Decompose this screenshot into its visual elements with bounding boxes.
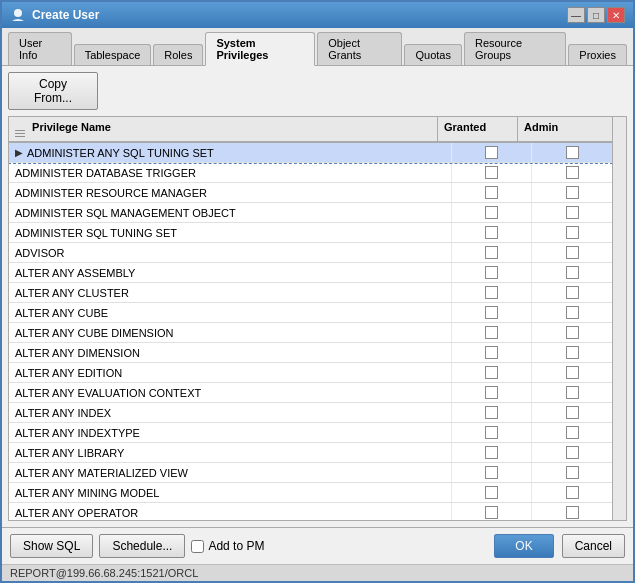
tab-user-info[interactable]: User Info xyxy=(8,32,72,65)
minimize-button[interactable]: — xyxy=(567,7,585,23)
granted-checkbox[interactable] xyxy=(485,386,498,399)
admin-checkbox[interactable] xyxy=(566,346,579,359)
granted-checkbox[interactable] xyxy=(485,346,498,359)
admin-cell[interactable] xyxy=(532,303,612,322)
granted-cell[interactable] xyxy=(452,483,532,502)
tab-proxies[interactable]: Proxies xyxy=(568,44,627,65)
table-row[interactable]: ALTER ANY INDEX xyxy=(9,403,612,423)
table-row[interactable]: ALTER ANY CUBE xyxy=(9,303,612,323)
granted-checkbox[interactable] xyxy=(485,446,498,459)
admin-cell[interactable] xyxy=(532,383,612,402)
table-row[interactable]: ALTER ANY OPERATOR xyxy=(9,503,612,521)
admin-checkbox[interactable] xyxy=(566,366,579,379)
maximize-button[interactable]: □ xyxy=(587,7,605,23)
table-row[interactable]: ADMINISTER RESOURCE MANAGER xyxy=(9,183,612,203)
granted-checkbox[interactable] xyxy=(485,406,498,419)
admin-cell[interactable] xyxy=(532,263,612,282)
granted-cell[interactable] xyxy=(452,383,532,402)
admin-cell[interactable] xyxy=(532,163,612,182)
admin-cell[interactable] xyxy=(532,463,612,482)
admin-cell[interactable] xyxy=(532,503,612,521)
add-to-pm-checkbox[interactable] xyxy=(191,540,204,553)
granted-cell[interactable] xyxy=(452,343,532,362)
granted-checkbox[interactable] xyxy=(485,466,498,479)
admin-cell[interactable] xyxy=(532,323,612,342)
admin-checkbox[interactable] xyxy=(566,446,579,459)
tab-object-grants[interactable]: Object Grants xyxy=(317,32,402,65)
table-row[interactable]: ALTER ANY LIBRARY xyxy=(9,443,612,463)
admin-checkbox[interactable] xyxy=(566,246,579,259)
admin-cell[interactable] xyxy=(532,183,612,202)
granted-checkbox[interactable] xyxy=(485,426,498,439)
granted-checkbox[interactable] xyxy=(485,326,498,339)
granted-cell[interactable] xyxy=(452,403,532,422)
admin-checkbox[interactable] xyxy=(566,206,579,219)
granted-cell[interactable] xyxy=(452,443,532,462)
granted-cell[interactable] xyxy=(452,143,532,162)
granted-cell[interactable] xyxy=(452,423,532,442)
table-row[interactable]: ALTER ANY CUBE DIMENSION xyxy=(9,323,612,343)
admin-checkbox[interactable] xyxy=(566,226,579,239)
granted-cell[interactable] xyxy=(452,323,532,342)
table-row[interactable]: ALTER ANY EVALUATION CONTEXT xyxy=(9,383,612,403)
tab-system-privileges[interactable]: System Privileges xyxy=(205,32,315,66)
granted-checkbox[interactable] xyxy=(485,166,498,179)
granted-cell[interactable] xyxy=(452,163,532,182)
table-row[interactable]: ALTER ANY CLUSTER xyxy=(9,283,612,303)
granted-cell[interactable] xyxy=(452,243,532,262)
admin-checkbox[interactable] xyxy=(566,326,579,339)
schedule-button[interactable]: Schedule... xyxy=(99,534,185,558)
granted-cell[interactable] xyxy=(452,263,532,282)
admin-checkbox[interactable] xyxy=(566,306,579,319)
admin-cell[interactable] xyxy=(532,403,612,422)
granted-checkbox[interactable] xyxy=(485,206,498,219)
admin-checkbox[interactable] xyxy=(566,466,579,479)
granted-checkbox[interactable] xyxy=(485,286,498,299)
admin-checkbox[interactable] xyxy=(566,506,579,519)
table-row[interactable]: ADMINISTER SQL MANAGEMENT OBJECT xyxy=(9,203,612,223)
admin-checkbox[interactable] xyxy=(566,426,579,439)
table-row[interactable]: ADMINISTER DATABASE TRIGGER xyxy=(9,163,612,183)
admin-cell[interactable] xyxy=(532,343,612,362)
table-row[interactable]: ADVISOR xyxy=(9,243,612,263)
admin-checkbox[interactable] xyxy=(566,406,579,419)
granted-cell[interactable] xyxy=(452,463,532,482)
table-row[interactable]: ADMINISTER SQL TUNING SET xyxy=(9,223,612,243)
granted-cell[interactable] xyxy=(452,283,532,302)
granted-checkbox[interactable] xyxy=(485,486,498,499)
admin-checkbox[interactable] xyxy=(566,486,579,499)
admin-cell[interactable] xyxy=(532,223,612,242)
admin-cell[interactable] xyxy=(532,283,612,302)
ok-button[interactable]: OK xyxy=(494,534,553,558)
granted-cell[interactable] xyxy=(452,203,532,222)
granted-cell[interactable] xyxy=(452,303,532,322)
admin-cell[interactable] xyxy=(532,443,612,462)
granted-checkbox[interactable] xyxy=(485,246,498,259)
table-row[interactable]: ▶ADMINISTER ANY SQL TUNING SET xyxy=(9,143,612,163)
admin-cell[interactable] xyxy=(532,423,612,442)
granted-cell[interactable] xyxy=(452,363,532,382)
table-row[interactable]: ALTER ANY ASSEMBLY xyxy=(9,263,612,283)
admin-cell[interactable] xyxy=(532,203,612,222)
granted-cell[interactable] xyxy=(452,183,532,202)
tab-quotas[interactable]: Quotas xyxy=(404,44,461,65)
admin-cell[interactable] xyxy=(532,243,612,262)
admin-checkbox[interactable] xyxy=(566,386,579,399)
table-row[interactable]: ALTER ANY MINING MODEL xyxy=(9,483,612,503)
admin-cell[interactable] xyxy=(532,483,612,502)
granted-cell[interactable] xyxy=(452,503,532,521)
copy-from-button[interactable]: Copy From... xyxy=(8,72,98,110)
granted-checkbox[interactable] xyxy=(485,146,498,159)
admin-checkbox[interactable] xyxy=(566,186,579,199)
granted-checkbox[interactable] xyxy=(485,186,498,199)
granted-checkbox[interactable] xyxy=(485,226,498,239)
granted-checkbox[interactable] xyxy=(485,266,498,279)
admin-checkbox[interactable] xyxy=(566,266,579,279)
admin-checkbox[interactable] xyxy=(566,146,579,159)
show-sql-button[interactable]: Show SQL xyxy=(10,534,93,558)
admin-cell[interactable] xyxy=(532,363,612,382)
table-row[interactable]: ALTER ANY DIMENSION xyxy=(9,343,612,363)
granted-checkbox[interactable] xyxy=(485,306,498,319)
table-row[interactable]: ALTER ANY EDITION xyxy=(9,363,612,383)
cancel-button[interactable]: Cancel xyxy=(562,534,625,558)
